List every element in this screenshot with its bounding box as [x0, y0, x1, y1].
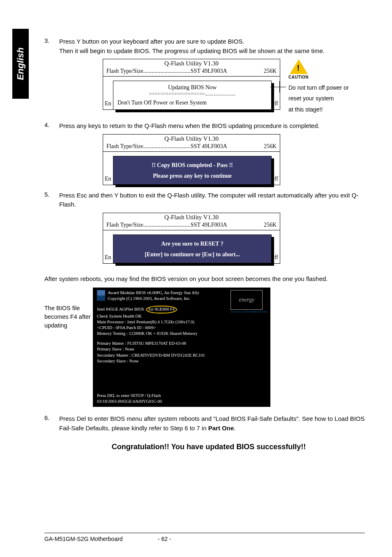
step-text: Press Del to enter BIOS menu after syste…: [59, 414, 373, 433]
progress-bar: >>>>>>>>>>>>>>>>>>>>....................…: [118, 91, 267, 97]
power-warning: Don't Turn Off Power or Reset System: [118, 100, 267, 106]
completed-panel: !! Copy BIOS completed - Pass !! Please …: [113, 156, 272, 185]
boot-line: 03/18/2003-I845GE-6A69YG01C-00: [97, 399, 266, 404]
caution-icon: !: [290, 59, 308, 74]
boot-line: Secondary Slave : None: [97, 358, 266, 364]
bios-version-highlight: for 8GE800 F4: [146, 306, 177, 313]
step-number: 4.: [44, 121, 59, 131]
page-footer: GA-M51GM-S2G Motherboard - 62 -: [44, 533, 365, 542]
updating-panel: Updating BIOS Now >>>>>>>>>>>>>>>>>>>>..…: [113, 81, 272, 110]
updating-title: Updating BIOS Now: [118, 84, 267, 91]
reset-question: Are you sure to RESET ?: [118, 238, 267, 251]
step-text: Press Esc and then Y button to exit the …: [59, 191, 373, 209]
boot-line: Press DEL to enter SETUP / Q-Flash: [97, 393, 266, 399]
step-6: 6. Press Del to enter BIOS menu after sy…: [44, 414, 373, 433]
boot-line: Main Processor : Intel Pentium(R) 4 1.7G…: [97, 319, 266, 325]
step-number: 3.: [44, 37, 59, 56]
caution-label: CAUTION: [288, 75, 309, 79]
footer-product: GA-M51GM-S2G Motherboard: [44, 536, 158, 542]
footer-page-number: - 62 -: [158, 536, 199, 542]
flash-type-line: Flash Type/Size.........................…: [103, 143, 280, 152]
qflash-box-reset: Q-Flash Utility V1.30 Flash Type/Size...…: [103, 213, 280, 264]
qflash-title: Q-Flash Utility V1.30: [103, 59, 280, 68]
boot-line: Primary Master : FUJITSU MPE3170AT ED-03…: [97, 341, 266, 346]
boot-line: <CPUID : 0F0A Patch ID : 0009>: [97, 325, 266, 331]
energy-text: energy: [231, 290, 263, 310]
boot-line: Memory Testing : 122880K OK + 8192K Shar…: [97, 331, 266, 337]
step-text: Press any keys to return to the Q-Flash …: [59, 121, 373, 131]
step-3: 3. Press Y button on your keyboard after…: [44, 37, 373, 56]
step-text: Press Y button on your keyboard after yo…: [59, 37, 373, 56]
language-tab: English: [12, 29, 29, 99]
after-reboot-text: After system reboots, you may find the B…: [44, 274, 373, 284]
step-5: 5. Press Esc and then Y button to exit t…: [44, 191, 373, 209]
language-tab-text: English: [15, 47, 26, 80]
reset-panel: Are you sure to RESET ? [Enter] to conti…: [113, 234, 272, 263]
completed-message: !! Copy BIOS completed - Pass !!: [118, 160, 267, 172]
qflash-box-completed: Q-Flash Utility V1.30 Flash Type/Size...…: [103, 134, 280, 185]
boot-line: Check System Health OK: [97, 313, 266, 319]
page-content: 3. Press Y button on your keyboard after…: [44, 37, 373, 451]
boot-screen-row: The BIOS file becomes F4 after updating …: [44, 288, 373, 407]
exclamation-icon: !: [297, 63, 300, 73]
flash-type-line: Flash Type/Size.........................…: [103, 222, 280, 230]
caution-text-block: Do not turn off power or reset your syst…: [288, 81, 349, 114]
congratulation-text: Congratulation!! You have updated BIOS s…: [44, 443, 373, 451]
caution-block: ! CAUTION: [288, 59, 309, 79]
flash-type-line: Flash Type/Size.........................…: [103, 68, 280, 77]
boot-annotation: The BIOS file becomes F4 after updating: [44, 288, 93, 330]
boot-line: Secondary Master : CREATIVEDVD-RM DVD124…: [97, 353, 266, 358]
boot-screen: energy EPA POLLUTION PREVENTER Award Mod…: [93, 288, 270, 407]
boot-line: Primary Slave : None: [97, 346, 266, 352]
reset-options: [Enter] to continure or [Esc] to abort..…: [118, 251, 267, 260]
qflash-title: Q-Flash Utility V1.30: [103, 213, 280, 222]
energy-star-logo: energy EPA POLLUTION PREVENTER: [231, 290, 267, 313]
connector-line-v: [279, 81, 280, 93]
qflash-title: Q-Flash Utility V1.30: [103, 135, 280, 143]
connector-line: [270, 87, 286, 87]
qflash-box-updating: Q-Flash Utility V1.30 Flash Type/Size...…: [103, 59, 280, 110]
step-number: 5.: [44, 191, 59, 209]
press-key-message: Please press any key to continue: [118, 172, 267, 181]
award-logo-icon: [97, 290, 105, 301]
epa-text: EPA POLLUTION PREVENTER: [231, 311, 267, 313]
boot-line: Copyright (C) 1984-2003, Award Software,…: [108, 296, 199, 302]
step-4: 4. Press any keys to return to the Q-Fla…: [44, 121, 373, 131]
step-number: 6.: [44, 414, 59, 433]
boot-line: Award Modular BIOS v6.00PG, An Energy St…: [108, 290, 199, 296]
